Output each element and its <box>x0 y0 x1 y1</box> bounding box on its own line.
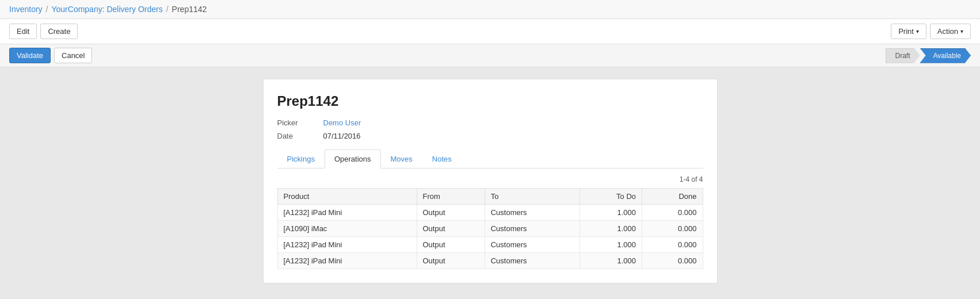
tabs: Pickings Operations Moves Notes <box>277 150 703 168</box>
action-label: Action <box>937 27 958 36</box>
tab-operations[interactable]: Operations <box>325 150 381 168</box>
print-caret-icon: ▾ <box>916 28 919 34</box>
tab-notes[interactable]: Notes <box>422 150 462 168</box>
create-button[interactable]: Create <box>40 24 78 39</box>
print-label: Print <box>898 27 914 36</box>
cell-done: 0.000 <box>642 253 703 269</box>
cell-product: [A1090] iMac <box>277 221 417 237</box>
cell-from: Output <box>417 205 485 221</box>
pagination-info: 1-4 of 4 <box>277 175 703 183</box>
cancel-button[interactable]: Cancel <box>54 48 92 63</box>
cell-todo: 1.000 <box>579 221 642 237</box>
pipeline: Draft Available <box>886 48 971 63</box>
edit-button[interactable]: Edit <box>9 24 37 39</box>
stage-available: Available <box>920 48 971 63</box>
breadcrumb-current: Prep1142 <box>172 5 207 14</box>
picker-label: Picker <box>277 118 323 127</box>
cell-to: Customers <box>485 205 579 221</box>
date-row: Date 07/11/2016 <box>277 132 703 140</box>
form-fields: Picker Demo User Date 07/11/2016 <box>277 118 703 140</box>
validate-button[interactable]: Validate <box>9 48 51 63</box>
cell-product: [A1232] iPad Mini <box>277 253 417 269</box>
toolbar-right: Print ▾ Action ▾ <box>891 24 971 39</box>
cell-from: Output <box>417 237 485 253</box>
cell-todo: 1.000 <box>579 237 642 253</box>
breadcrumb-sep-1: / <box>46 5 48 14</box>
status-bar: Validate Cancel Draft Available <box>0 44 980 67</box>
col-from: From <box>417 189 485 205</box>
breadcrumb: Inventory / YourCompany: Delivery Orders… <box>9 5 207 14</box>
breadcrumb-delivery-orders[interactable]: YourCompany: Delivery Orders <box>51 5 162 14</box>
table-header-row: Product From To To Do Done <box>277 189 703 205</box>
cell-product: [A1232] iPad Mini <box>277 205 417 221</box>
cell-to: Customers <box>485 221 579 237</box>
cell-done: 0.000 <box>642 205 703 221</box>
cell-done: 0.000 <box>642 221 703 237</box>
col-product: Product <box>277 189 417 205</box>
tab-moves[interactable]: Moves <box>381 150 422 168</box>
form-title: Prep1142 <box>277 93 703 109</box>
date-label: Date <box>277 132 323 140</box>
picker-value[interactable]: Demo User <box>323 118 361 127</box>
cell-to: Customers <box>485 237 579 253</box>
cell-from: Output <box>417 221 485 237</box>
picker-row: Picker Demo User <box>277 118 703 127</box>
main-content: Prep1142 Picker Demo User Date 07/11/201… <box>0 67 980 295</box>
table-row: [A1090] iMacOutputCustomers1.0000.000 <box>277 221 703 237</box>
table-row: [A1232] iPad MiniOutputCustomers1.0000.0… <box>277 253 703 269</box>
print-button[interactable]: Print ▾ <box>891 24 926 39</box>
action-caret-icon: ▾ <box>960 28 963 34</box>
col-to: To <box>485 189 579 205</box>
stage-draft: Draft <box>886 48 920 63</box>
cell-done: 0.000 <box>642 237 703 253</box>
date-value: 07/11/2016 <box>323 132 361 140</box>
breadcrumb-inventory[interactable]: Inventory <box>9 5 43 14</box>
action-button[interactable]: Action ▾ <box>930 24 971 39</box>
cell-todo: 1.000 <box>579 253 642 269</box>
cell-todo: 1.000 <box>579 205 642 221</box>
form-card: Prep1142 Picker Demo User Date 07/11/201… <box>263 79 718 283</box>
col-todo: To Do <box>579 189 642 205</box>
table-row: [A1232] iPad MiniOutputCustomers1.0000.0… <box>277 205 703 221</box>
breadcrumb-bar: Inventory / YourCompany: Delivery Orders… <box>0 0 980 19</box>
breadcrumb-sep-2: / <box>166 5 169 14</box>
cell-from: Output <box>417 253 485 269</box>
tab-pickings[interactable]: Pickings <box>277 150 325 168</box>
table-row: [A1232] iPad MiniOutputCustomers1.0000.0… <box>277 237 703 253</box>
operations-table: Product From To To Do Done [A1232] iPad … <box>277 188 703 269</box>
cell-to: Customers <box>485 253 579 269</box>
cell-product: [A1232] iPad Mini <box>277 237 417 253</box>
toolbar: Edit Create Print ▾ Action ▾ <box>0 19 980 44</box>
col-done: Done <box>642 189 703 205</box>
